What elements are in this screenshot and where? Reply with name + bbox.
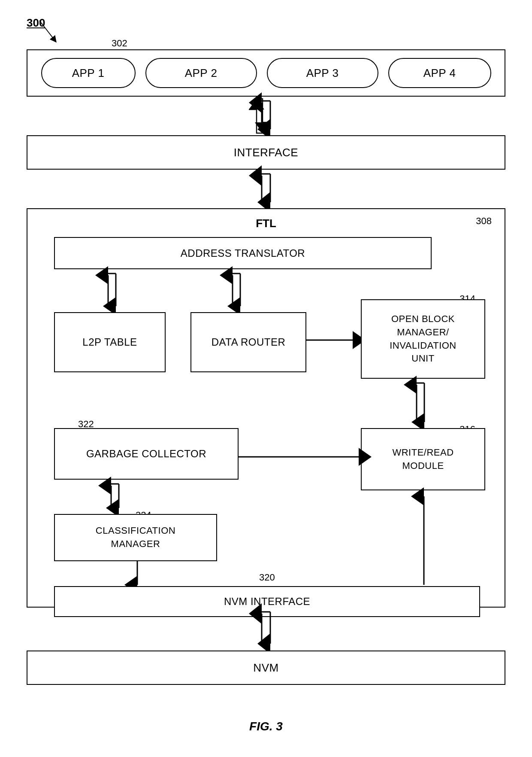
- l2p-table-label: L2P TABLE: [82, 336, 137, 348]
- wr-nvmi-arrow: [420, 490, 428, 587]
- address-translator-box: ADDRESS TRANSLATOR: [54, 237, 432, 269]
- data-router-label: DATA ROUTER: [212, 336, 286, 348]
- data-router-box: DATA ROUTER: [190, 312, 306, 372]
- apps-container-box: APP 1 APP 2 APP 3 APP 4: [27, 49, 505, 97]
- at-l2p-arrow: [104, 269, 121, 312]
- cm-nvmi-arrow: [133, 561, 142, 587]
- garbage-collector-box: GARBAGE COLLECTOR: [54, 428, 239, 480]
- gc-wr-arrow: [239, 452, 363, 462]
- obm-wr-arrow: [412, 379, 429, 428]
- app2-box: APP 2: [145, 58, 257, 88]
- svg-line-0: [39, 21, 54, 40]
- open-block-manager-box: OPEN BLOCK MANAGER/ INVALIDATION UNIT: [361, 299, 485, 379]
- interface-ftl-bidir-arrow: [256, 170, 276, 208]
- nvm-interface-label: NVM INTERFACE: [224, 596, 310, 608]
- app2-label: APP 2: [185, 67, 218, 80]
- nvm-label: NVM: [253, 661, 278, 675]
- write-read-box: WRITE/READ MODULE: [361, 428, 485, 490]
- ref-320: 320: [259, 572, 275, 583]
- app3-label: APP 3: [306, 67, 339, 80]
- l2p-table-box: L2P TABLE: [54, 312, 166, 372]
- interface-box: INTERFACE: [27, 135, 505, 170]
- classification-manager-box: CLASSIFICATION MANAGER: [54, 514, 217, 561]
- garbage-collector-label: GARBAGE COLLECTOR: [86, 448, 206, 460]
- open-block-manager-label: OPEN BLOCK MANAGER/ INVALIDATION UNIT: [390, 313, 456, 365]
- interface-label: INTERFACE: [234, 146, 298, 159]
- fig-label: FIG. 3: [249, 720, 283, 733]
- nvm-box: NVM: [27, 651, 505, 685]
- app1-label: APP 1: [72, 67, 105, 80]
- dr-obm-arrow: [306, 334, 356, 347]
- ftl-title: FTL: [256, 217, 276, 230]
- app3-box: APP 3: [267, 58, 378, 88]
- app1-box: APP 1: [41, 58, 136, 88]
- at-dr-arrow: [228, 269, 245, 312]
- ftl-outer-box: FTL 308 ADDRESS TRANSLATOR 310: [27, 208, 505, 608]
- ref-302: 302: [112, 38, 127, 49]
- app4-label: APP 4: [423, 67, 456, 80]
- write-read-label: WRITE/READ MODULE: [392, 446, 453, 473]
- app4-box: APP 4: [388, 58, 491, 88]
- classification-manager-label: CLASSIFICATION MANAGER: [96, 524, 175, 551]
- gc-cm-arrow: [107, 480, 124, 514]
- ref-308: 308: [476, 216, 492, 227]
- apps-interface-bidir-arrow: [256, 97, 276, 135]
- address-translator-label: ADDRESS TRANSLATOR: [181, 247, 305, 259]
- diagram-container: 300 302 APP 1 APP 2 APP 3 APP 4: [0, 0, 532, 757]
- diagram-pointer-arrow: [27, 16, 61, 51]
- nvmi-nvm-bidir-arrow: [256, 608, 276, 651]
